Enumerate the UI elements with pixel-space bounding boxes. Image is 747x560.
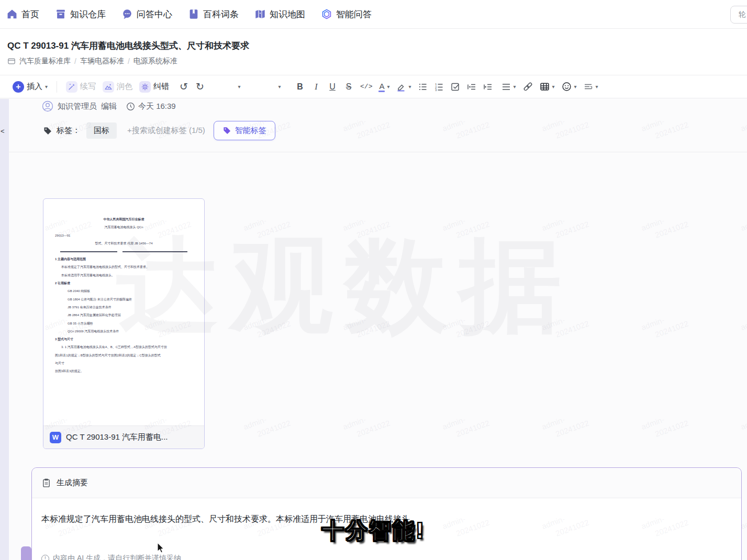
bullet-list-button[interactable]	[418, 82, 428, 92]
doc-preview-line: 2 引用标准	[55, 279, 193, 287]
chevron-down-icon: ▾	[278, 84, 281, 89]
polish-label: 润色	[117, 82, 132, 92]
nav-item-smart-qa[interactable]: 智能问答	[321, 8, 372, 20]
floating-handle[interactable]	[21, 546, 31, 560]
line-spacing-button[interactable]: ▾	[584, 82, 598, 92]
plus-icon: +	[13, 81, 24, 93]
breadcrumb-separator: /	[128, 57, 130, 65]
italic-button[interactable]: I	[311, 82, 321, 92]
doc-preview-line: JB 2864 汽车用金属镀层和化学处理层	[55, 311, 193, 319]
table-button[interactable]: ▾	[540, 82, 555, 92]
breadcrumb-item[interactable]: 汽车质量标准库	[19, 57, 71, 66]
editor-action: 编辑	[101, 102, 117, 111]
doc-preview: 中华人民共和国汽车行业标准汽车用蓄电池电线接头 QCn29013—91型式、尺寸…	[43, 199, 204, 425]
chevron-down-icon: ▾	[238, 84, 241, 89]
font-color-icon: A	[379, 82, 384, 92]
doc-preview-line: 3. 1 汽车用蓄电池电线接头具有A、B、C三种型式，A型接头的型式与尺寸按	[55, 343, 193, 351]
ai-correct-button[interactable]: 纠错	[139, 81, 169, 93]
editor-name: 知识管理员	[58, 102, 97, 111]
doc-preview-line: GB 1804 公差与配合 未注公差尺寸的极限偏差	[55, 296, 193, 304]
chevron-down-icon: ▾	[596, 84, 598, 89]
highlighter-icon	[396, 82, 406, 92]
link-icon	[523, 82, 533, 92]
doc-preview-line	[60, 251, 187, 252]
add-tag-button[interactable]: +搜索或创建标签 (1/5)	[127, 126, 205, 136]
encyclopedia-icon	[188, 8, 199, 20]
redo-icon: ↻	[196, 82, 204, 92]
doc-preview-line: GB 2040 纯铜板	[55, 287, 193, 295]
clock-icon	[126, 102, 135, 111]
doc-preview-lines: 中华人民共和国汽车行业标准汽车用蓄电池电线接头 QCn29013—91型式、尺寸…	[55, 216, 193, 376]
italic-icon: I	[315, 82, 317, 92]
knowledge-map-icon	[254, 8, 266, 20]
attachment-footer: W QC T 29013-91 汽车用蓄电...	[43, 425, 204, 449]
style-dropdown[interactable]: ▾	[235, 84, 244, 89]
breadcrumb-item[interactable]: 车辆电器标准	[80, 57, 124, 66]
outdent-icon	[467, 82, 476, 92]
mouse-cursor	[157, 543, 165, 554]
table-icon	[540, 82, 550, 92]
magic-wand-icon	[66, 81, 77, 93]
ai-continue-button[interactable]: 续写	[66, 81, 96, 93]
line-spacing-icon	[584, 82, 593, 92]
indent-button[interactable]	[483, 82, 493, 92]
ai-polish-button[interactable]: 润色	[103, 81, 132, 93]
code-button[interactable]: </>	[360, 83, 372, 91]
left-sidebar-strip[interactable]	[0, 99, 9, 560]
attachment-card[interactable]: 中华人民共和国汽车行业标准汽车用蓄电池电线接头 QCn29013—91型式、尺寸…	[43, 198, 205, 449]
edit-time-label: 今天 16:39	[138, 102, 176, 111]
doc-preview-line: 按图3和表3的规定。	[55, 367, 193, 375]
ai-disclaimer-text: 内容由 AI 生成，请自行判断并谨慎采纳	[53, 554, 181, 560]
nav-item-qa-center[interactable]: 问答中心	[121, 8, 172, 20]
doc-preview-line: 3 型式与尺寸	[55, 335, 193, 343]
insert-button[interactable]: + 插入 ▾	[13, 81, 48, 93]
doc-preview-line: JB 3791 有色压铸合金技术条件	[55, 304, 193, 311]
nav-item-repository[interactable]: 知识仓库	[55, 8, 106, 20]
home-icon	[6, 8, 18, 20]
doc-preview-line: 中华人民共和国汽车行业标准	[55, 216, 193, 223]
ordered-list-icon: 123	[434, 82, 444, 92]
nav-more-label: 轮	[739, 10, 746, 19]
fontsize-dropdown[interactable]: ▾	[275, 84, 284, 89]
doc-preview-line: GB 35 小方头螺栓	[55, 320, 193, 328]
highlight-button[interactable]: ▾	[396, 82, 411, 92]
smart-tag-label: 智能标签	[235, 126, 266, 136]
doc-preview-line: QCn 29009 汽车用电线接头技术条件	[55, 328, 193, 335]
link-button[interactable]	[523, 82, 533, 92]
task-list-button[interactable]	[451, 82, 460, 92]
bold-button[interactable]: B	[295, 82, 305, 92]
doc-preview-line: 型式、尺寸和技术要求 代替 JB 1456—74	[55, 240, 193, 248]
nav-more-button[interactable]: 轮	[730, 6, 747, 24]
nav-item-knowledge-map[interactable]: 知识地图	[254, 8, 305, 20]
emoji-button[interactable]: ▾	[562, 82, 577, 92]
strikethrough-button[interactable]: S	[344, 82, 353, 92]
redo-button[interactable]: ↻	[195, 82, 205, 92]
underline-button[interactable]: U	[328, 82, 337, 92]
nav-item-encyclopedia[interactable]: 百科词条	[188, 8, 239, 20]
undo-button[interactable]: ↺	[179, 82, 188, 92]
smart-tag-button[interactable]: 智能标签	[214, 121, 275, 140]
bullet-list-icon	[418, 82, 428, 92]
outdent-button[interactable]	[467, 82, 476, 92]
video-subtitle: 十分智能!	[322, 516, 425, 545]
align-button[interactable]: ▾	[501, 82, 516, 92]
correct-label: 纠错	[153, 82, 169, 92]
continue-label: 续写	[80, 82, 96, 92]
library-icon	[7, 57, 16, 65]
breadcrumb-item[interactable]: 电源系统标准	[133, 57, 177, 66]
tag-icon	[43, 126, 52, 136]
collapse-sidebar-icon[interactable]: <	[1, 127, 5, 135]
nav-item-home[interactable]: 首页	[6, 8, 39, 20]
tag-pill[interactable]: 国标	[86, 122, 117, 139]
attachment-filename: QC T 29013-91 汽车用蓄电...	[66, 432, 168, 442]
ordered-list-button[interactable]: 123	[434, 82, 444, 92]
qa-center-icon	[121, 8, 133, 20]
summary-title: 生成摘要	[57, 478, 88, 488]
summary-header: 生成摘要	[32, 468, 741, 498]
font-color-button[interactable]: A ▾	[379, 82, 389, 92]
edit-time: 今天 16:39	[126, 102, 176, 111]
doc-preview-line: 与尺寸	[55, 360, 193, 367]
doc-preview-line: 本标准规定了汽车用蓄电池电线接头的型式、尺寸和技术要求。	[55, 263, 193, 271]
doc-preview-line: 图1和表1的规定；B型接头的型式与尺寸按图2和表2的规定；C型接头的型式	[55, 352, 193, 360]
breadcrumb-separator: /	[74, 57, 76, 65]
